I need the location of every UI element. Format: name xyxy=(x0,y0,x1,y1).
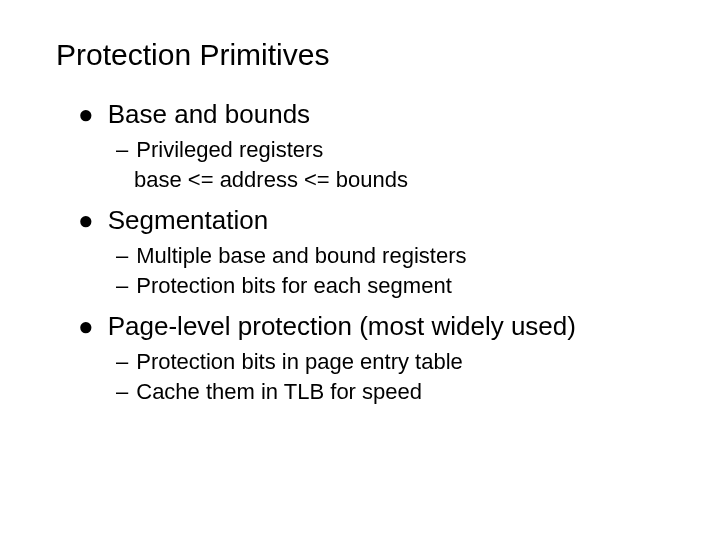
sub-item: – Multiple base and bound registers xyxy=(116,242,670,270)
sub-item: – Protection bits for each segment xyxy=(116,272,670,300)
sub-text: Cache them in TLB for speed xyxy=(136,378,422,406)
dash-icon: – xyxy=(116,242,128,270)
sub-text: Protection bits for each segment xyxy=(136,272,452,300)
bullet-item: ● Page-level protection (most widely use… xyxy=(78,310,670,342)
sub-text-continuation: base <= address <= bounds xyxy=(134,166,670,194)
dash-icon: – xyxy=(116,378,128,406)
slide: Protection Primitives ● Base and bounds … xyxy=(0,0,720,540)
dash-icon: – xyxy=(116,272,128,300)
sub-item: – Cache them in TLB for speed xyxy=(116,378,670,406)
sub-text: Multiple base and bound registers xyxy=(136,242,466,270)
dash-icon: – xyxy=(116,348,128,376)
sub-text: Protection bits in page entry table xyxy=(136,348,463,376)
sub-text: Privileged registers xyxy=(136,136,323,164)
dash-icon: – xyxy=(116,136,128,164)
bullet-icon: ● xyxy=(78,98,94,130)
bullet-label: Base and bounds xyxy=(108,98,310,130)
bullet-item: ● Base and bounds xyxy=(78,98,670,130)
sub-item: – Protection bits in page entry table xyxy=(116,348,670,376)
bullet-icon: ● xyxy=(78,310,94,342)
bullet-label: Page-level protection (most widely used) xyxy=(108,310,576,342)
slide-title: Protection Primitives xyxy=(56,38,670,72)
bullet-label: Segmentation xyxy=(108,204,268,236)
sub-item: – Privileged registers xyxy=(116,136,670,164)
bullet-icon: ● xyxy=(78,204,94,236)
bullet-item: ● Segmentation xyxy=(78,204,670,236)
